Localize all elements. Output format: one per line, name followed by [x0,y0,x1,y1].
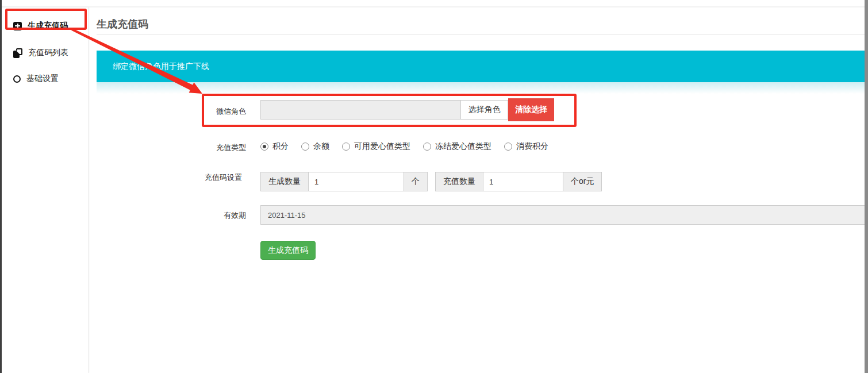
header-divider [97,34,865,35]
wechat-role-label: 微信角色 [203,106,246,117]
copy-icon [13,48,22,58]
top-divider [2,6,865,7]
clear-selection-button[interactable]: 清除选择 [508,98,554,121]
radio-label: 可用爱心值类型 [354,141,410,152]
generate-code-button[interactable]: 生成充值码 [260,241,316,260]
banner-shadow [97,82,866,94]
info-banner: 绑定微信角色用于推广下线 [97,51,866,82]
app-window: 生成充值码 充值码列表 基础设置 生成充值码 绑定微信角色用于推广下线 微信角色… [0,0,868,373]
sidebar-item-label: 充值码列表 [28,48,68,58]
sidebar-item-basic-settings[interactable]: 基础设置 [2,70,88,88]
sidebar-item-label: 生成充值码 [28,21,68,31]
recharge-quantity-group: 充值数量 个or元 [435,172,602,191]
radio-icon [423,143,431,151]
radio-option-points[interactable]: 积分 [260,141,289,152]
radio-icon [504,143,512,151]
recharge-type-options: 积分 余额 可用爱心值类型 冻结爱心值类型 消费积分 [260,141,548,152]
recharge-type-label: 充值类型 [203,143,246,153]
generate-quantity-input[interactable] [308,172,404,191]
recharge-quantity-addon: 充值数量 [435,172,483,191]
window-left-edge [0,0,2,373]
generate-quantity-unit: 个 [404,172,428,191]
radio-label: 冻结爱心值类型 [435,141,491,152]
radio-icon [342,143,350,151]
sidebar-item-label: 基础设置 [26,74,59,84]
code-settings-label: 充值码设置 [199,172,242,183]
radio-icon [301,143,309,151]
generate-quantity-group: 生成数量 个 [260,172,428,191]
radio-option-consume-points[interactable]: 消费积分 [504,141,548,152]
recharge-quantity-unit: 个or元 [563,172,602,191]
sidebar: 生成充值码 充值码列表 基础设置 [2,7,89,373]
radio-label: 余额 [313,141,329,152]
plus-square-icon [13,22,22,30]
window-right-edge[interactable] [865,0,868,373]
radio-option-balance[interactable]: 余额 [301,141,329,152]
recharge-quantity-input[interactable] [483,172,563,191]
radio-option-frozen-love-value[interactable]: 冻结爱心值类型 [423,141,491,152]
page-title: 生成充值码 [97,17,148,31]
circle-icon [13,75,21,83]
select-role-button[interactable]: 选择角色 [460,100,508,120]
sidebar-item-generate-code[interactable]: 生成充值码 [2,17,88,35]
validity-date-input[interactable] [260,205,868,225]
radio-icon [260,143,268,151]
radio-label: 积分 [272,141,289,152]
generate-quantity-addon: 生成数量 [260,172,308,191]
wechat-role-input[interactable] [260,100,461,120]
validity-label: 有效期 [203,210,246,221]
radio-label: 消费积分 [516,141,548,152]
sidebar-item-code-list[interactable]: 充值码列表 [2,44,88,62]
radio-option-usable-love-value[interactable]: 可用爱心值类型 [342,141,410,152]
